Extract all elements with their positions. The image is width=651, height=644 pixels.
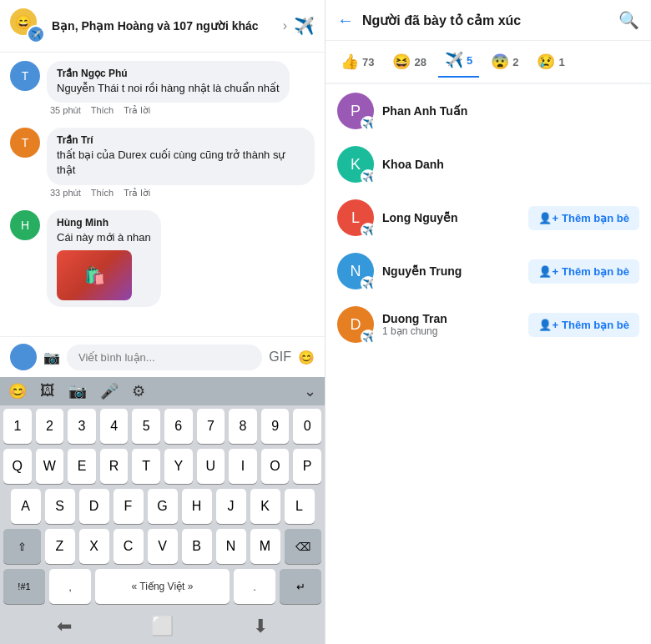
tab-sad[interactable]: 😢 1	[530, 48, 571, 76]
reaction-badge: ✈️	[361, 276, 376, 291]
back-button[interactable]: ←	[337, 11, 354, 30]
nav-back-icon[interactable]: ⬅	[57, 616, 72, 637]
comment-input[interactable]	[67, 345, 262, 370]
key-u[interactable]: U	[197, 449, 225, 484]
comment-text: thất bại của Durex cuối cùng cũng trở th…	[57, 148, 305, 178]
comment-text: Nguyễn Thái t noi rồi hàng nhật là chuẩn…	[57, 81, 280, 96]
tab-like[interactable]: 👍 73	[334, 48, 381, 76]
key-m[interactable]: M	[250, 529, 280, 564]
tab-wow[interactable]: 😨 2	[484, 48, 525, 76]
key-7[interactable]: 7	[197, 409, 225, 444]
comment-item: T Trần Ngọc Phú Nguyễn Thái t noi rồi hà…	[10, 61, 315, 116]
space-key[interactable]: « Tiếng Việt »	[95, 569, 230, 604]
add-friend-button[interactable]: 👤+ Thêm bạn bè	[528, 313, 639, 337]
send-icon[interactable]: ✈️	[294, 16, 315, 36]
keyboard-toolbar: 😊 🖼 📷 🎤 ⚙ ⌄	[0, 377, 325, 405]
key-z[interactable]: Z	[45, 529, 75, 564]
add-friend-button[interactable]: 👤+ Thêm bạn bè	[528, 259, 639, 284]
key-e[interactable]: E	[68, 449, 96, 484]
key-q[interactable]: Q	[3, 449, 32, 484]
sticker-toolbar-icon[interactable]: 🖼	[40, 382, 55, 400]
like-count: 73	[362, 56, 374, 68]
key-2[interactable]: 2	[36, 409, 64, 444]
reply-button[interactable]: Trả lời	[124, 105, 150, 116]
key-p[interactable]: P	[293, 449, 321, 484]
key-t[interactable]: T	[132, 449, 160, 484]
avatar: T	[10, 61, 40, 91]
keyboard-chevron-icon[interactable]: ⌄	[304, 382, 316, 400]
key-8[interactable]: 8	[229, 409, 257, 444]
comment-actions: 35 phút Thích Trả lời	[47, 103, 315, 116]
right-panel: ← Người đã bày tỏ cảm xúc 🔍 👍 73 😆 28 ✈️…	[326, 0, 651, 644]
delete-key[interactable]: ⌫	[285, 529, 322, 564]
key-g[interactable]: G	[148, 489, 178, 524]
gif-button[interactable]: GIF	[269, 350, 291, 365]
add-friend-button[interactable]: 👤+ Thêm bạn bè	[528, 206, 639, 230]
keyboard-toolbar-icons: 😊 🖼 📷 🎤 ⚙	[8, 382, 145, 400]
settings-toolbar-icon[interactable]: ⚙	[132, 382, 145, 400]
avatar: H	[10, 210, 40, 240]
key-9[interactable]: 9	[261, 409, 290, 444]
comment-bubble: Trần Trí thất bại của Durex cuối cùng cũ…	[47, 128, 315, 184]
key-w[interactable]: W	[36, 449, 64, 484]
shift-key[interactable]: ⇧	[3, 529, 41, 564]
emoji-button[interactable]: 😊	[298, 350, 315, 365]
left-header: 😄 ✈️ Bạn, Phạm Hoàng và 107 người khác ›…	[0, 0, 325, 53]
key-0[interactable]: 0	[293, 409, 321, 444]
plane-count: 5	[467, 54, 472, 67]
key-h[interactable]: H	[182, 489, 212, 524]
comment-body: Trần Trí thất bại của Durex cuối cùng cũ…	[47, 128, 315, 198]
nav-home-icon[interactable]: ⬜	[151, 616, 174, 637]
person-avatar: L ✈️	[337, 199, 374, 236]
search-icon[interactable]: 🔍	[618, 10, 639, 30]
tab-plane[interactable]: ✈️ 5	[438, 46, 479, 78]
key-k[interactable]: K	[250, 489, 280, 524]
key-o[interactable]: O	[261, 449, 290, 484]
key-3[interactable]: 3	[68, 409, 96, 444]
key-r[interactable]: R	[100, 449, 129, 484]
comma-key[interactable]: ,	[49, 569, 91, 604]
key-b[interactable]: B	[182, 529, 212, 564]
key-s[interactable]: S	[45, 489, 75, 524]
key-d[interactable]: D	[79, 489, 109, 524]
tab-haha[interactable]: 😆 28	[386, 48, 432, 76]
person-item: N ✈️ Nguyễn Trung 👤+ Thêm bạn bè	[326, 244, 651, 298]
nav-recent-icon[interactable]: ⬇	[253, 616, 268, 637]
key-6[interactable]: 6	[164, 409, 193, 444]
key-l[interactable]: L	[285, 489, 315, 524]
add-friend-label: Thêm bạn bè	[562, 212, 629, 224]
add-friend-label: Thêm bạn bè	[562, 265, 629, 278]
add-friend-icon: 👤+	[538, 319, 558, 331]
symbol-key[interactable]: !#1	[3, 569, 45, 604]
key-x[interactable]: X	[79, 529, 109, 564]
like-button[interactable]: Thích	[91, 188, 114, 199]
key-y[interactable]: Y	[164, 449, 193, 484]
comment-time: 33 phút	[50, 188, 81, 199]
chevron-icon[interactable]: ›	[283, 18, 287, 33]
key-a[interactable]: A	[11, 489, 41, 524]
period-key[interactable]: .	[234, 569, 275, 604]
key-j[interactable]: J	[216, 489, 246, 524]
key-n[interactable]: N	[216, 529, 246, 564]
key-c[interactable]: C	[114, 529, 144, 564]
add-friend-icon: 👤+	[538, 212, 558, 224]
person-avatar: K ✈️	[337, 146, 374, 183]
key-4[interactable]: 4	[100, 409, 129, 444]
key-v[interactable]: V	[148, 529, 178, 564]
like-button[interactable]: Thích	[91, 105, 114, 116]
reply-button[interactable]: Trả lời	[124, 188, 150, 199]
key-i[interactable]: I	[229, 449, 257, 484]
right-header: ← Người đã bày tỏ cảm xúc 🔍	[326, 0, 651, 41]
mic-toolbar-icon[interactable]: 🎤	[100, 382, 119, 400]
comment-item: T Trần Trí thất bại của Durex cuối cùng …	[10, 128, 315, 198]
return-key[interactable]: ↵	[280, 569, 321, 604]
plane-emoji: ✈️	[445, 51, 463, 69]
comment-item: H Hùng Minh Cái này mới à nhan 🛍️	[10, 210, 315, 307]
gif-toolbar-icon[interactable]: 📷	[68, 382, 87, 400]
comment-bubble: Hùng Minh Cái này mới à nhan 🛍️	[47, 210, 161, 307]
camera-icon[interactable]: 📷	[43, 350, 60, 365]
key-1[interactable]: 1	[3, 409, 32, 444]
key-5[interactable]: 5	[132, 409, 160, 444]
emoji-toolbar-icon[interactable]: 😊	[8, 382, 27, 400]
key-f[interactable]: F	[114, 489, 144, 524]
